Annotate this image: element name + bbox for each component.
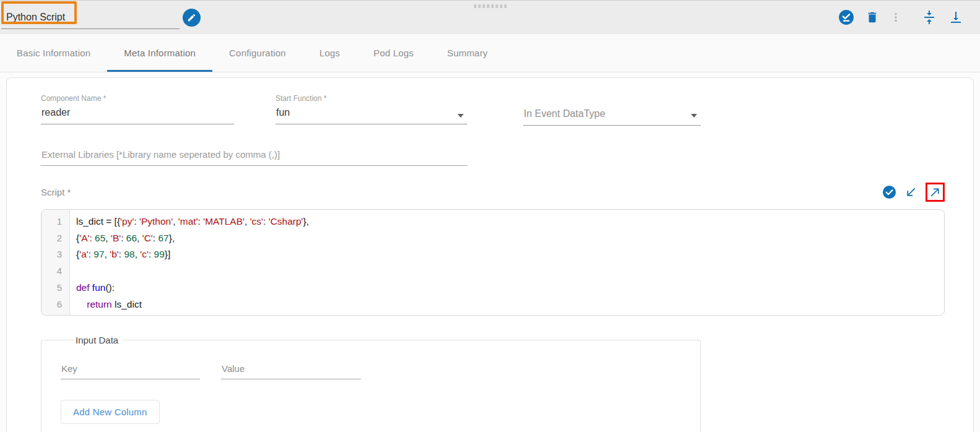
trash-icon: [865, 11, 879, 24]
code-line[interactable]: ls_dict = [{'py': 'Python', 'mat': 'MATL…: [76, 214, 939, 230]
code-line[interactable]: return ls_dict: [76, 296, 939, 313]
external-libraries-input[interactable]: [41, 148, 467, 166]
line-number: 1: [41, 214, 62, 230]
tab-pod-logs[interactable]: Pod Logs: [357, 34, 430, 72]
component-name-input[interactable]: [41, 106, 234, 124]
content-area: Component Name * Start Function * Script…: [0, 77, 980, 432]
code-line[interactable]: def fun():: [76, 280, 939, 296]
approve-button[interactable]: [839, 10, 854, 25]
input-data-group: Input Data Add New Column: [41, 335, 701, 432]
topbar-actions: [839, 10, 980, 25]
pencil-icon: [187, 13, 196, 22]
tab-basic-information[interactable]: Basic Information: [0, 34, 107, 72]
line-number: 2: [41, 230, 62, 247]
arrow-expand-ne-icon: [929, 186, 942, 199]
key-field: [61, 362, 200, 379]
line-number: 5: [41, 280, 62, 296]
line-number: 4: [41, 263, 62, 280]
in-event-datatype-select[interactable]: [523, 107, 701, 126]
code-lines[interactable]: ls_dict = [{'py': 'Python', 'mat': 'MATL…: [70, 210, 944, 315]
start-function-field: Start Function *: [275, 94, 467, 126]
download-button[interactable]: [948, 10, 963, 25]
meta-information-panel: Component Name * Start Function * Script…: [6, 77, 974, 432]
edit-title-button[interactable]: [183, 9, 201, 27]
form-row: Component Name * Start Function *: [41, 94, 945, 126]
component-title-field-wrap: [1, 6, 180, 29]
start-function-label: Start Function *: [275, 94, 467, 103]
script-header: Script *: [41, 183, 945, 202]
line-numbers: 123456: [41, 210, 70, 315]
tab-logs[interactable]: Logs: [303, 34, 357, 72]
line-number: 6: [41, 296, 62, 313]
external-libraries-field: [41, 148, 467, 166]
tab-bar: Basic Information Meta Information Confi…: [0, 34, 980, 72]
delete-button[interactable]: [865, 10, 880, 25]
component-title-input[interactable]: [1, 6, 180, 29]
key-value-row: [61, 362, 700, 379]
value-field: [221, 362, 361, 379]
in-event-datatype-field: [523, 94, 701, 126]
red-annotation-box: [926, 183, 945, 202]
script-label: Script *: [41, 187, 71, 197]
input-data-legend: Input Data: [74, 335, 123, 345]
arrow-collapse-sw-icon: [904, 186, 917, 199]
value-input[interactable]: [221, 362, 361, 379]
code-line[interactable]: {'a': 97, 'b': 98, 'c': 99}]: [76, 246, 939, 263]
expand-editor-button[interactable]: [929, 186, 942, 199]
vertical-align-center-icon: [922, 10, 937, 25]
add-new-column-button[interactable]: Add New Column: [61, 400, 160, 424]
drag-grip-icon[interactable]: [474, 4, 506, 8]
code-line[interactable]: [76, 263, 939, 280]
collapse-editor-button[interactable]: [904, 186, 917, 199]
check-circle-icon: [882, 185, 896, 199]
script-code-editor: 123456 ls_dict = [{'py': 'Python', 'mat'…: [41, 209, 945, 316]
top-bar: [0, 0, 980, 34]
component-name-field: Component Name *: [41, 94, 234, 126]
code-line[interactable]: {'A': 65, 'B': 66, 'C': 67},: [76, 230, 939, 247]
start-function-select[interactable]: [275, 106, 467, 124]
check-circle-underline-icon: [838, 9, 854, 25]
collapse-panel-button[interactable]: [922, 10, 937, 25]
component-name-label: Component Name *: [41, 94, 234, 103]
tab-configuration[interactable]: Configuration: [212, 34, 303, 72]
line-number: 3: [41, 246, 62, 263]
tab-meta-information[interactable]: Meta Information: [107, 34, 212, 72]
vertical-align-bottom-icon: [948, 10, 963, 25]
more-options-button[interactable]: [888, 10, 903, 25]
script-actions: [882, 183, 945, 202]
tab-summary[interactable]: Summary: [430, 34, 505, 72]
validate-script-button[interactable]: [882, 185, 896, 199]
key-input[interactable]: [61, 362, 200, 379]
more-vert-icon: [890, 11, 902, 24]
